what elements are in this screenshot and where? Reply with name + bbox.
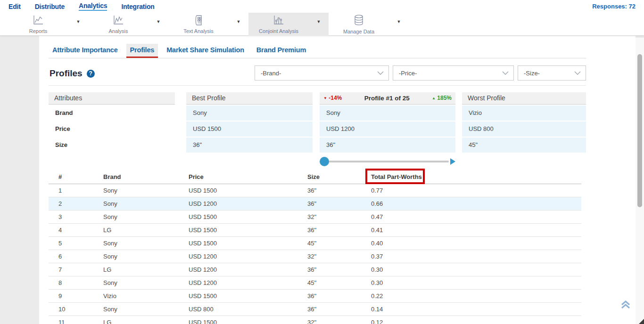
- table-row[interactable]: 6SonyUSD 120032"0.37: [49, 250, 581, 263]
- scrollbar-thumb[interactable]: [637, 54, 642, 207]
- conjoint-analysis-dropdown-caret[interactable]: ▼: [309, 19, 329, 30]
- analysis-dropdown-caret[interactable]: ▼: [149, 19, 168, 30]
- scrollbar-track[interactable]: [636, 38, 644, 324]
- toolbar-segment-analysis: Analysis ▼: [88, 13, 168, 36]
- worst-profile-header: Worst Profile: [462, 92, 586, 105]
- table-cell: 36": [307, 224, 316, 237]
- nav-item-analytics[interactable]: Analytics: [79, 2, 107, 11]
- page-title: Profiles ?: [50, 68, 95, 79]
- chevron-down-icon: [377, 71, 384, 75]
- table-cell: 45": [307, 237, 316, 250]
- tab-attribute-importance[interactable]: Attribute Importance: [49, 44, 122, 58]
- manage-data-dropdown-caret[interactable]: ▼: [389, 19, 409, 30]
- table-cell: 5: [58, 237, 62, 250]
- price-filter-dropdown[interactable]: -Price-: [393, 65, 514, 81]
- analysis-button[interactable]: Analysis: [88, 13, 149, 36]
- table-cell: 32": [307, 316, 316, 324]
- chevron-down-icon: [574, 71, 581, 75]
- table-cell: LG: [103, 316, 111, 324]
- database-icon: [353, 14, 365, 28]
- text-analysis-button[interactable]: Text Analysis: [168, 13, 229, 36]
- table-row[interactable]: 1SonyUSD 150036"0.77: [49, 184, 581, 197]
- table-cell: USD 1500: [189, 224, 217, 237]
- reports-dropdown-caret[interactable]: ▼: [68, 19, 88, 30]
- size-filter-value: -Size-: [524, 70, 540, 77]
- percent-down-badge: ▼ -14%: [323, 92, 342, 104]
- table-cell: 0.77: [371, 184, 383, 197]
- slider-next-arrow-icon[interactable]: [450, 158, 455, 165]
- section-divider: [49, 85, 586, 86]
- attribute-label-price: Price: [49, 122, 175, 137]
- column-header-brand: Brand: [103, 170, 121, 184]
- window-resize-corner[interactable]: [639, 319, 644, 324]
- table-cell: 8: [58, 276, 62, 290]
- current-profile-size: 36": [320, 138, 455, 153]
- table-row[interactable]: 9VizioUSD 150036"0.22: [49, 290, 581, 303]
- attributes-column: Attributes Brand Price Size: [49, 92, 175, 153]
- best-profile-column: Best Profile Sony USD 1500 36": [186, 92, 313, 153]
- table-cell: USD 1500: [189, 211, 217, 224]
- current-profile-header: ▼ -14% Profile #1 of 25 ▲ 185%: [320, 92, 455, 105]
- toolbar-label: Conjoint Analysis: [259, 28, 298, 34]
- manage-data-button[interactable]: Manage Data: [329, 13, 389, 36]
- size-filter-dropdown[interactable]: -Size-: [518, 65, 586, 81]
- table-row[interactable]: 7LGUSD 120036"0.30: [49, 263, 581, 276]
- slider-track[interactable]: [324, 161, 449, 162]
- table-cell: 0.12: [371, 316, 383, 324]
- text-document-icon: [192, 15, 205, 28]
- table-cell: Sony: [103, 237, 117, 250]
- tab-brand-premium[interactable]: Brand Premium: [253, 44, 310, 58]
- reports-button[interactable]: Reports: [8, 13, 68, 36]
- table-cell: 7: [58, 263, 62, 276]
- profiles-table: # Brand Price Size Total Part-Worths 1So…: [49, 170, 581, 324]
- table-cell: 36": [307, 184, 316, 197]
- toolbar-segment-reports: Reports ▼: [8, 13, 88, 36]
- chevron-down-icon: [502, 71, 509, 75]
- table-row[interactable]: 8SonyUSD 120045"0.30: [49, 276, 581, 290]
- table-cell: Sony: [103, 250, 117, 263]
- double-chevron-up-icon: [620, 303, 631, 311]
- current-profile-title: Profile #1 of 25: [364, 92, 410, 104]
- best-profile-price: USD 1500: [186, 122, 313, 137]
- attribute-label-brand: Brand: [49, 105, 175, 121]
- red-annotation-box: [365, 169, 425, 184]
- text-analysis-dropdown-caret[interactable]: ▼: [229, 19, 248, 30]
- table-cell: Sony: [103, 303, 117, 316]
- table-cell: USD 1500: [189, 290, 217, 303]
- table-cell: 10: [58, 303, 65, 316]
- responses-count-link[interactable]: Responses: 72: [592, 3, 636, 10]
- table-cell: 0.30: [371, 263, 383, 276]
- table-row[interactable]: 2SonyUSD 120036"0.66: [49, 197, 581, 211]
- brand-filter-dropdown[interactable]: -Brand-: [255, 65, 389, 81]
- table-cell: USD 800: [189, 303, 214, 316]
- table-cell: Sony: [103, 276, 117, 290]
- nav-item-edit[interactable]: Edit: [8, 3, 21, 10]
- column-header-size: Size: [307, 170, 320, 184]
- tab-profiles[interactable]: Profiles: [126, 44, 158, 58]
- table-cell: 0.30: [371, 276, 383, 290]
- table-row[interactable]: 10SonyUSD 80036"0.14: [49, 303, 581, 316]
- worst-profile-brand: Vizio: [462, 105, 586, 121]
- tab-market-share-simulation[interactable]: Market Share Simulation: [163, 44, 248, 58]
- nav-item-integration[interactable]: Integration: [121, 3, 154, 10]
- attribute-label-size: Size: [49, 138, 175, 153]
- table-cell: 36": [307, 290, 316, 303]
- slider-handle[interactable]: [320, 157, 329, 166]
- best-profile-brand: Sony: [186, 105, 313, 121]
- nav-item-distribute[interactable]: Distribute: [35, 3, 65, 10]
- toolbar-label: Reports: [29, 28, 48, 34]
- price-filter-value: -Price-: [399, 70, 417, 77]
- table-row[interactable]: 5SonyUSD 150045"0.40: [49, 237, 581, 250]
- table-cell: 1: [58, 184, 62, 197]
- toolbar-label: Manage Data: [343, 29, 374, 34]
- table-row[interactable]: 11LGUSD 150032"0.12: [49, 316, 581, 324]
- table-row[interactable]: 3SonyUSD 150032"0.47: [49, 211, 581, 224]
- scroll-to-top-button[interactable]: [620, 300, 631, 312]
- table-row[interactable]: 4LGUSD 150036"0.41: [49, 224, 581, 237]
- current-profile-brand: Sony: [320, 105, 455, 121]
- help-icon[interactable]: ?: [87, 70, 95, 78]
- conjoint-analysis-button[interactable]: Conjoint Analysis: [248, 13, 309, 36]
- table-cell: Sony: [103, 197, 117, 211]
- table-cell: 0.41: [371, 224, 383, 237]
- profiles-table-header: # Brand Price Size Total Part-Worths: [49, 170, 581, 184]
